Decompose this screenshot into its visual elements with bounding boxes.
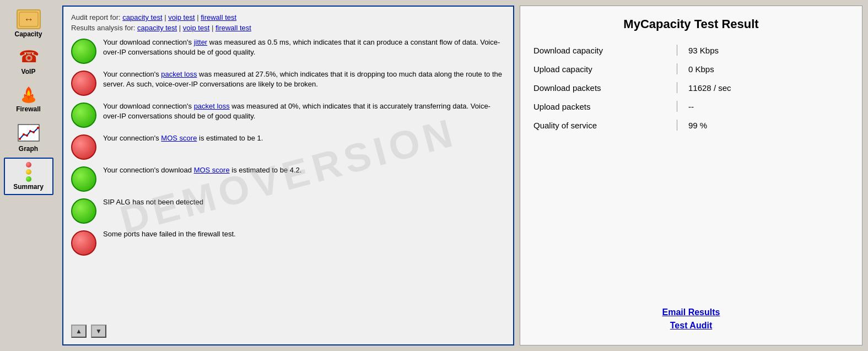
results-key-2: Download packets [533, 83, 677, 93]
sidebar-item-firewall-label: Firewall [16, 105, 41, 113]
result-item-7: Some ports have failed in the firewall t… [71, 229, 505, 256]
results-value-4: 99 % [688, 121, 707, 130]
results-value-2: 11628 / sec [688, 83, 731, 93]
results-divider-4 [677, 120, 677, 131]
sidebar-item-summary[interactable]: Summary [4, 158, 53, 195]
results-link-firewall-test[interactable]: firewall test [215, 24, 251, 32]
audit-link-capacity-test[interactable]: capacity test [122, 13, 162, 21]
results-key-4: Quality of service [533, 121, 677, 130]
test-audit-link[interactable]: Test Audit [533, 321, 849, 331]
results-table: Download capacity 93 Kbps Upload capacit… [533, 45, 849, 138]
indicator-red-2 [71, 134, 96, 160]
link-packet-loss-1[interactable]: packet loss [161, 70, 197, 78]
audit-link-voip-test[interactable]: voip test [168, 13, 195, 21]
sidebar-item-summary-label: Summary [13, 183, 44, 191]
svg-point-6 [23, 133, 25, 136]
results-list: Your download connection's jitter was me… [71, 37, 505, 320]
audit-header-line-1: Audit report for: capacity test | voip t… [71, 13, 505, 21]
result-text-7: Some ports have failed in the firewall t… [103, 229, 505, 239]
audit-header-line-2: Results analysis for: capacity test | vo… [71, 24, 505, 32]
audit-panel: DEMOVERSION Audit report for: capacity t… [62, 6, 514, 345]
results-row-3: Upload packets -- [533, 101, 849, 112]
svg-point-9 [33, 131, 35, 133]
scroll-up-button[interactable]: ▲ [71, 325, 87, 338]
nav-arrows: ▲ ▼ [71, 325, 505, 338]
graph-icon [15, 122, 42, 144]
svg-text:↔: ↔ [24, 14, 34, 25]
capacity-icon: ↔ [17, 9, 41, 29]
indicator-green-1 [71, 39, 96, 64]
result-text-5: Your connection's download MOS score is … [103, 165, 505, 175]
audit-prefix-1: Audit report for: [71, 13, 121, 21]
results-links: Email Results Test Audit [533, 296, 849, 334]
sidebar-item-capacity-label: Capacity [14, 30, 42, 38]
result-item-2: Your connection's packet loss was measur… [71, 69, 505, 96]
svg-text:☎: ☎ [18, 47, 39, 66]
result-item-1: Your download connection's jitter was me… [71, 37, 505, 64]
link-jitter[interactable]: jitter [194, 38, 208, 46]
audit-link-firewall-test[interactable]: firewall test [201, 13, 236, 21]
result-item-4: Your connection's MOS score is estimated… [71, 133, 505, 160]
results-panel-title: MyCapacity Test Result [533, 17, 849, 31]
result-item-5: Your connection's download MOS score is … [71, 165, 505, 192]
svg-point-5 [19, 138, 21, 140]
sidebar-item-graph-label: Graph [19, 145, 38, 153]
results-key-3: Upload packets [533, 102, 677, 111]
results-row-0: Download capacity 93 Kbps [533, 45, 849, 56]
indicator-green-2 [71, 102, 96, 128]
result-item-6: SIP ALG has not been detected [71, 197, 505, 224]
results-row-4: Quality of service 99 % [533, 120, 849, 131]
result-text-4: Your connection's MOS score is estimated… [103, 133, 505, 143]
result-text-1: Your download connection's jitter was me… [103, 37, 505, 57]
sidebar-item-voip[interactable]: ☎ VoIP [4, 43, 53, 79]
results-key-1: Upload capacity [533, 64, 677, 74]
results-link-capacity-test[interactable]: capacity test [137, 24, 177, 32]
results-value-1: 0 Kbps [688, 64, 714, 74]
results-panel: MyCapacity Test Result Download capacity… [520, 6, 862, 345]
indicator-red-3 [71, 230, 96, 256]
svg-point-8 [29, 130, 31, 132]
results-link-voip-test[interactable]: voip test [183, 24, 209, 32]
voip-icon: ☎ [17, 47, 41, 67]
sidebar-item-capacity[interactable]: ↔ Capacity [4, 6, 53, 42]
result-item-3: Your download connection's packet loss w… [71, 101, 505, 128]
results-row-2: Download packets 11628 / sec [533, 82, 849, 93]
sidebar-item-graph[interactable]: Graph [4, 118, 53, 156]
email-results-link[interactable]: Email Results [533, 307, 849, 317]
result-text-3: Your download connection's packet loss w… [103, 101, 505, 121]
result-text-2: Your connection's packet loss was measur… [103, 69, 505, 89]
audit-prefix-2: Results analysis for: [71, 24, 137, 32]
results-row-1: Upload capacity 0 Kbps [533, 63, 849, 74]
firewall-icon [17, 84, 41, 104]
audit-header: Audit report for: capacity test | voip t… [71, 13, 505, 34]
results-value-0: 93 Kbps [688, 46, 719, 55]
link-packet-loss-2[interactable]: packet loss [194, 102, 230, 110]
results-divider-1 [677, 63, 677, 74]
indicator-green-4 [71, 198, 96, 224]
scroll-down-button[interactable]: ▼ [91, 325, 106, 338]
summary-icon [17, 162, 41, 182]
link-mos-score-1[interactable]: MOS score [161, 134, 197, 142]
link-mos-score-2[interactable]: MOS score [194, 166, 230, 174]
sidebar-item-voip-label: VoIP [21, 68, 36, 75]
results-divider-3 [677, 101, 677, 112]
indicator-green-3 [71, 166, 96, 192]
results-key-0: Download capacity [533, 46, 677, 55]
svg-point-7 [26, 134, 28, 137]
main-content: DEMOVERSION Audit report for: capacity t… [57, 0, 868, 351]
sidebar-item-firewall[interactable]: Firewall [4, 80, 53, 117]
svg-point-10 [37, 127, 39, 129]
results-value-3: -- [688, 102, 694, 111]
indicator-red-1 [71, 71, 96, 96]
results-divider-2 [677, 82, 677, 93]
results-divider-0 [677, 45, 677, 56]
result-text-6: SIP ALG has not been detected [103, 197, 505, 207]
sidebar: ↔ Capacity ☎ VoIP Firewall [0, 0, 57, 351]
